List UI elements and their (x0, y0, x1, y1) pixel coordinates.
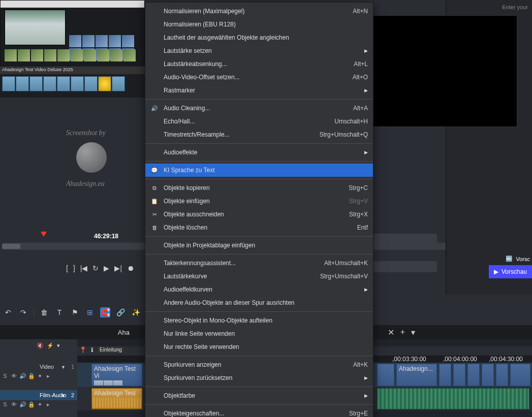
chapter-label[interactable]: Einleitung (98, 346, 124, 353)
chapter-marker-icon[interactable]: 📍 (79, 346, 86, 354)
lock-button[interactable]: 🔒 (28, 401, 34, 408)
menu-item[interactable]: Rastmarker▶ (145, 84, 373, 97)
solo-button[interactable]: S (2, 373, 8, 379)
visible-button[interactable]: 👁 (11, 373, 17, 379)
info-marker-icon[interactable]: ℹ (88, 346, 96, 354)
add-tab-button[interactable]: + (400, 328, 405, 337)
skip-end-button[interactable]: ▶| (114, 264, 122, 272)
project-tab[interactable]: Aha (112, 329, 136, 336)
storyboard-clip[interactable] (29, 76, 43, 91)
visible-button[interactable]: 👁 (11, 401, 17, 408)
menu-item[interactable]: Objektfarbe▶ (145, 389, 373, 402)
fx-button[interactable]: ✦ (37, 373, 43, 379)
audio-button[interactable]: 🔊 (19, 401, 25, 408)
play-button[interactable]: ▶ (104, 264, 109, 272)
clip-thumb[interactable] (123, 49, 136, 61)
track-opt-menu-icon[interactable]: ▾ (57, 342, 60, 349)
video-track-dropdown[interactable]: ▼ (61, 365, 66, 370)
translate-icon[interactable]: 🔤 (506, 255, 513, 262)
storyboard-clip[interactable] (57, 76, 70, 91)
range-end-button[interactable]: ] (73, 264, 75, 272)
clip-thumb[interactable] (82, 35, 95, 47)
menu-item[interactable]: Nur linke Seite verwenden (145, 327, 373, 340)
clip-thumb[interactable] (122, 35, 134, 47)
scrollbar-thumb[interactable] (2, 244, 20, 249)
menu-item[interactable]: Lautstärke setzen▶ (145, 44, 373, 57)
clip-thumb[interactable] (109, 35, 121, 47)
clip-thumb[interactable] (97, 49, 109, 61)
video-clip[interactable] (510, 364, 530, 386)
fx-button[interactable]: ✦ (37, 401, 43, 408)
clip-thumb[interactable] (31, 49, 43, 61)
storyboard-clip[interactable] (112, 76, 125, 91)
preview-thumbnail[interactable] (5, 10, 66, 45)
clip-thumb[interactable] (5, 49, 17, 61)
menu-item[interactable]: Echo/Hall...Umschalt+H (145, 115, 373, 128)
solo-button[interactable]: S (2, 401, 8, 408)
video-clip[interactable] (467, 364, 480, 386)
menu-item[interactable]: Audioeffektkurven▶ (145, 283, 373, 296)
close-tab-button[interactable]: ✕ (388, 328, 394, 337)
storyboard-clip[interactable] (16, 76, 29, 91)
redo-button[interactable]: ↷ (18, 307, 28, 317)
menu-item[interactable]: Audioeffekte▶ (145, 146, 373, 159)
clip-thumb[interactable] (71, 49, 83, 61)
menu-item[interactable]: 🗑Objekte löschenEntf (145, 221, 373, 234)
input-placeholder[interactable]: Enter your (502, 4, 528, 10)
loop-button[interactable]: ↻ (92, 264, 99, 272)
menu-item[interactable]: Timestretch/Resample...Strg+Umschalt+Q (145, 128, 373, 141)
storyboard-clip[interactable] (84, 76, 98, 91)
delete-button[interactable]: 🗑 (39, 307, 49, 317)
menu-item[interactable]: LautstärkekurveStrg+Umschalt+V (145, 270, 373, 283)
marker-button[interactable]: ⚑ (70, 307, 80, 317)
clip-thumb[interactable] (18, 49, 30, 61)
video-clip[interactable]: Ahadesign Test Vi (91, 364, 142, 386)
menu-item[interactable]: 🔊Audio Cleaning...Alt+A (145, 102, 373, 115)
menu-item[interactable]: ✂Objekte ausschneidenStrg+X (145, 208, 373, 221)
tab-menu-button[interactable]: ▾ (411, 328, 415, 337)
menu-item[interactable]: Objekteigenschaften...Strg+E (145, 407, 373, 417)
collapse-button[interactable]: ▸ (45, 401, 51, 408)
video-clip[interactable] (453, 364, 465, 386)
collapse-button[interactable]: ▸ (45, 373, 51, 379)
title-button[interactable]: T (54, 307, 65, 317)
menu-item[interactable]: Objekte in Projektablage einfügen (145, 239, 373, 252)
clip-thumb[interactable] (69, 35, 81, 47)
storyboard-clip[interactable] (71, 76, 84, 91)
link-button[interactable]: 🔗 (115, 307, 126, 317)
audio-clip[interactable]: Ahadesign Test V (91, 388, 142, 409)
menu-item[interactable]: ⧉Objekte kopierenStrg+C (145, 181, 373, 195)
menu-item[interactable]: Normalisieren (EBU R128) (145, 18, 373, 31)
menu-item[interactable]: Nur rechte Seite verwenden (145, 340, 373, 354)
video-clip[interactable] (482, 364, 494, 386)
clip-thumb[interactable] (57, 49, 70, 61)
audio-track-dropdown[interactable]: ▼ (61, 393, 66, 398)
menu-item[interactable]: Andere Audio-Objekte an dieser Spur ausr… (145, 296, 373, 309)
clip-thumb[interactable] (96, 35, 108, 47)
menu-item[interactable]: Spurkurven zurücksetzen▶ (145, 371, 373, 384)
video-clip[interactable] (439, 364, 451, 386)
menu-item[interactable]: 💬KI Sprache zu Text (145, 164, 373, 177)
menu-item[interactable]: Takterkennungsassistent...Alt+Umschalt+K (145, 256, 373, 270)
lock-button[interactable]: 🔒 (28, 373, 34, 379)
grid-button[interactable]: ⊞ (85, 307, 95, 317)
storyboard-clip[interactable] (98, 76, 111, 91)
video-clip[interactable] (496, 364, 508, 386)
menu-item[interactable]: Lautstärkeabsenkung...Alt+L (145, 57, 373, 71)
track-opt-fx-icon[interactable]: ⚡ (47, 342, 54, 349)
audio-button[interactable]: 🔊 (19, 373, 25, 379)
menu-item[interactable]: Stereo-Objekt in Mono-Objekte aufteilen (145, 314, 373, 327)
magnet-button[interactable]: 🧲 (100, 307, 110, 317)
preview-button[interactable]: ▶ Vorschau (489, 265, 532, 278)
audio-clip[interactable] (377, 388, 529, 409)
skip-start-button[interactable]: |◀ (80, 264, 88, 272)
clip-thumb[interactable] (84, 49, 96, 61)
playhead-marker[interactable] (41, 232, 47, 237)
storyboard-clip[interactable] (2, 76, 15, 91)
menu-item[interactable]: Spurkurven anzeigenAlt+K (145, 358, 373, 371)
record-button[interactable]: ⏺ (127, 264, 134, 272)
undo-button[interactable]: ↶ (3, 307, 13, 317)
range-start-button[interactable]: [ (66, 264, 68, 272)
menu-item[interactable]: Normalisieren (Maximalpegel)Alt+N (145, 5, 373, 18)
video-clip[interactable] (377, 364, 394, 386)
